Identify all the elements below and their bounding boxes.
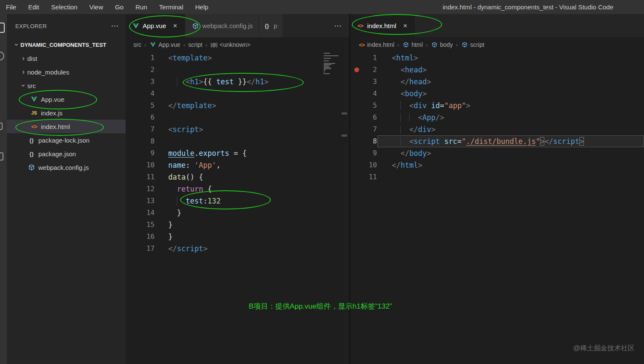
explorer-item-webpack-config-js[interactable]: webpack.config.js bbox=[7, 161, 126, 174]
explorer-root-folder[interactable]: › DYNAMIC_COMPONENTS_TEST bbox=[7, 38, 126, 52]
code-line[interactable]: 13 test:132 bbox=[126, 195, 349, 207]
editor-actions-button[interactable]: ⋯ bbox=[326, 21, 349, 31]
code-line[interactable]: 8 <script src="./dist/bundle.js"></scrip… bbox=[350, 135, 644, 147]
breadcrumb-label: html bbox=[411, 41, 423, 48]
code-line[interactable]: 1<html> bbox=[350, 52, 644, 64]
code-line[interactable]: 10name: 'App', bbox=[126, 159, 349, 171]
code-line[interactable]: 4 bbox=[126, 88, 349, 100]
line-number: 14 bbox=[126, 207, 155, 219]
code-line[interactable]: 1<template> bbox=[126, 52, 349, 64]
menu-item-help[interactable]: Help bbox=[189, 0, 214, 14]
cube-icon bbox=[461, 41, 469, 48]
tab-bar: App.vue×webpack.config.js{}p⋯ bbox=[126, 14, 349, 37]
chevron-down-icon: › bbox=[20, 82, 27, 89]
breadcrumb-item-html[interactable]: html bbox=[402, 41, 423, 48]
close-icon[interactable]: × bbox=[401, 22, 409, 30]
code-line[interactable]: 2 bbox=[126, 64, 349, 76]
code-line[interactable]: 15} bbox=[126, 219, 349, 231]
minimap[interactable] bbox=[324, 53, 341, 75]
explorer-item-app-vue[interactable]: App.vue bbox=[7, 92, 126, 106]
breadcrumb-item-app-vue[interactable]: App.vue bbox=[149, 41, 180, 48]
breadcrumb-item-script[interactable]: script bbox=[461, 41, 484, 48]
line-number: 12 bbox=[126, 183, 155, 195]
code-line-content: <script> bbox=[168, 123, 203, 135]
menu-item-run[interactable]: Run bbox=[129, 0, 153, 14]
tab-app-vue[interactable]: App.vue× bbox=[126, 14, 185, 37]
activity-bar[interactable] bbox=[0, 14, 7, 364]
code-line[interactable]: 7<script> bbox=[126, 123, 349, 135]
code-line-content: <head> bbox=[392, 64, 427, 76]
explorer-item-dist[interactable]: ›dist bbox=[7, 52, 126, 65]
menu-item-file[interactable]: File bbox=[0, 0, 22, 14]
menu-item-view[interactable]: View bbox=[83, 0, 109, 14]
breadcrumb-item-src[interactable]: src bbox=[133, 41, 141, 48]
breadcrumb-item-unknown[interactable]: [@]<unknown> bbox=[210, 41, 250, 48]
explorer-item-src[interactable]: ›src bbox=[7, 79, 126, 92]
line-number: 7 bbox=[350, 123, 377, 135]
code-line-content: data() { bbox=[168, 171, 203, 183]
code-line[interactable]: 5 <div id="app"> bbox=[350, 100, 644, 112]
code-line[interactable]: 6 <App/> bbox=[350, 112, 644, 123]
line-number: 6 bbox=[126, 112, 155, 123]
chevron-right-icon: › bbox=[20, 68, 27, 76]
menu-item-go[interactable]: Go bbox=[109, 0, 129, 14]
code-line[interactable]: 8 bbox=[126, 135, 349, 147]
explorer-item-package-lock-json[interactable]: {}package-lock.json bbox=[7, 133, 126, 147]
explorer-title: EXPLORER bbox=[15, 23, 47, 29]
explorer-item-node-modules[interactable]: ›node_modules bbox=[7, 65, 126, 79]
annotation-text: B项目：提供App.vue组件，显示h1标签“132” bbox=[249, 301, 392, 311]
explorer-more-button[interactable]: ⋯ bbox=[111, 21, 119, 31]
code-line[interactable]: 7 </div> bbox=[350, 123, 644, 135]
tab-webpack-config-js[interactable]: webpack.config.js bbox=[185, 14, 259, 37]
code-line[interactable]: 3 <h1>{{ test }}</h1> bbox=[126, 76, 349, 88]
code-line[interactable]: 4 <body> bbox=[350, 88, 644, 100]
code-line[interactable]: 2 <head> bbox=[350, 64, 644, 76]
vue-icon bbox=[132, 22, 140, 30]
tab-p[interactable]: {}p bbox=[259, 14, 283, 37]
scrollbar-mark bbox=[342, 112, 347, 115]
breadcrumb-label: script bbox=[470, 41, 484, 48]
breadcrumb-separator: › bbox=[397, 42, 399, 48]
breadcrumb-item-script[interactable]: script bbox=[188, 41, 202, 48]
close-icon[interactable]: × bbox=[171, 22, 179, 30]
extensions-activity-icon bbox=[0, 152, 3, 161]
code-line[interactable]: 11data() { bbox=[126, 171, 349, 183]
tab-label: p bbox=[273, 22, 277, 29]
breadcrumb-separator: › bbox=[426, 42, 428, 48]
code-line[interactable]: 3 </head> bbox=[350, 76, 644, 88]
explorer-activity-icon bbox=[0, 23, 5, 33]
js-icon: JS bbox=[30, 109, 38, 117]
chevron-down-icon: › bbox=[13, 41, 20, 49]
code-line[interactable]: 16} bbox=[126, 231, 349, 243]
code-line[interactable]: 10</html> bbox=[350, 159, 644, 171]
explorer-item-index-html[interactable]: <>index.html bbox=[7, 120, 126, 133]
code-line[interactable]: 6 bbox=[126, 112, 349, 123]
code-line[interactable]: 14 } bbox=[126, 207, 349, 219]
code-line[interactable]: 9module.exports = { bbox=[126, 147, 349, 159]
line-number: 10 bbox=[126, 159, 155, 171]
code-line[interactable]: 11 bbox=[350, 171, 644, 183]
breadcrumb-label: App.vue bbox=[158, 41, 180, 48]
cube-icon bbox=[431, 41, 438, 48]
breakpoint-dot[interactable] bbox=[354, 68, 359, 72]
tab-index-html[interactable]: <>index.html× bbox=[350, 14, 415, 37]
line-number: 8 bbox=[350, 135, 377, 147]
explorer-item-index-js[interactable]: JSindex.js bbox=[7, 106, 126, 120]
code-editor-app-vue[interactable]: 1<template>23 <h1>{{ test }}</h1>45</tem… bbox=[126, 52, 349, 364]
cube-icon bbox=[402, 41, 410, 48]
line-number: 5 bbox=[350, 100, 377, 112]
code-editor-index-html[interactable]: 1<html>2 <head>3 </head>4 <body>5 <div i… bbox=[350, 52, 644, 364]
code-line[interactable]: 17</script> bbox=[126, 243, 349, 255]
menu-item-terminal[interactable]: Terminal bbox=[153, 0, 190, 14]
code-line[interactable]: 5</template> bbox=[126, 100, 349, 112]
menu-item-edit[interactable]: Edit bbox=[22, 0, 45, 14]
breadcrumb-item-index-html[interactable]: <>index.html bbox=[358, 41, 394, 48]
editor-group-app-vue: App.vue×webpack.config.js{}p⋯ src›App.vu… bbox=[126, 14, 349, 364]
code-line[interactable]: 12 return { bbox=[126, 183, 349, 195]
code-line[interactable]: 9 </body> bbox=[350, 147, 644, 159]
explorer-item-package-json[interactable]: {}package.json bbox=[7, 147, 126, 161]
menu-item-selection[interactable]: Selection bbox=[45, 0, 83, 14]
editor-group-index-html: <>index.html× <>index.html›html›body›scr… bbox=[350, 14, 644, 364]
breadcrumb: src›App.vue›script›[@]<unknown> bbox=[126, 37, 349, 52]
breadcrumb-item-body[interactable]: body bbox=[431, 41, 453, 48]
